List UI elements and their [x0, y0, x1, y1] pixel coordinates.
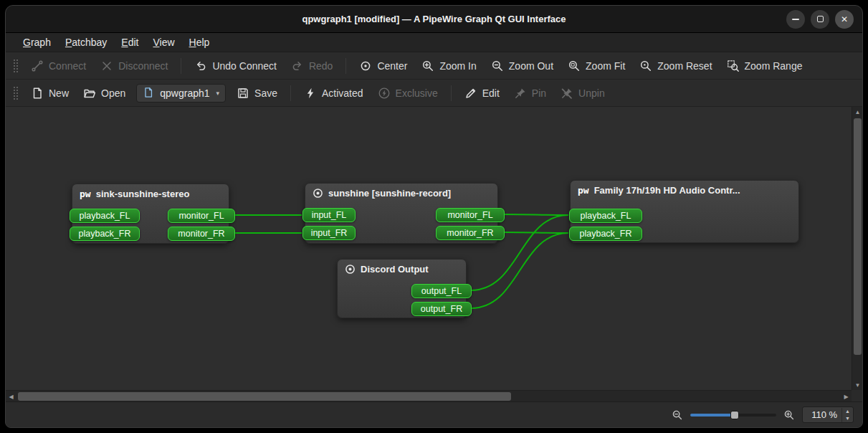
zoom-in-icon	[421, 60, 434, 72]
menu-patchbay[interactable]: Patchbay	[58, 33, 114, 52]
zoom-out-mini-icon[interactable]	[672, 409, 683, 421]
zoom-out-icon	[491, 60, 504, 72]
connections-layer	[6, 107, 852, 391]
port-output-fr[interactable]: output_FR	[411, 302, 472, 316]
port-playback-fl[interactable]: playback_FL	[70, 209, 140, 223]
new-file-icon	[31, 87, 44, 100]
disconnect-button[interactable]: Disconnect	[94, 56, 174, 76]
zoom-out-button[interactable]: Zoom Out	[485, 56, 560, 76]
zoom-reset-button[interactable]: Zoom Reset	[633, 56, 718, 76]
titlebar[interactable]: qpwgraph1 [modified] — A PipeWire Graph …	[6, 6, 862, 33]
vertical-scrollbar[interactable]: ▲ ▼	[852, 107, 862, 390]
undo-connect-button[interactable]: Undo Connect	[188, 56, 283, 76]
horizontal-scroll-thumb[interactable]	[18, 392, 511, 401]
center-button[interactable]: Center	[353, 56, 414, 76]
zoom-in-label: Zoom In	[439, 60, 476, 72]
port-playback-fl[interactable]: playback_FL	[569, 209, 642, 223]
spinbox-arrows: ▲ ▼	[841, 408, 853, 422]
zoom-spinbox[interactable]: 110 % ▲ ▼	[802, 406, 854, 423]
pin-button[interactable]: Pin	[507, 83, 553, 103]
connection-discord-output:output_FR-to-family-hd-audio:playback_FR[interactable]	[471, 233, 568, 308]
port-monitor-fr[interactable]: monitor_FR	[168, 227, 235, 241]
disconnect-icon	[100, 60, 113, 72]
zoom-range-button[interactable]: Zoom Range	[720, 56, 809, 76]
patchbay-profile-combo[interactable]: qpwgraph1 ▾	[136, 84, 226, 103]
redo-icon	[291, 60, 304, 72]
center-icon	[359, 60, 372, 72]
node-sink-sunshine-stereo[interactable]: pw sink-sunshine-stereo playback_FL play…	[72, 184, 229, 244]
port-input-fl[interactable]: input_FL	[302, 208, 356, 222]
menu-view[interactable]: View	[146, 33, 181, 52]
vertical-scroll-thumb[interactable]	[854, 118, 862, 355]
minimize-button[interactable]	[786, 10, 805, 29]
toolbar-patchbay: New Open qpwgraph1 ▾ Save Activated Excl…	[6, 80, 862, 107]
connect-icon	[31, 60, 44, 72]
toolbar-separator	[181, 58, 181, 74]
graph-canvas[interactable]: pw sink-sunshine-stereo playback_FL play…	[6, 107, 852, 391]
exclusive-button[interactable]: Exclusive	[371, 83, 444, 103]
node-header: pw sink-sunshine-stereo	[72, 184, 229, 201]
toolbar-main: Connect Disconnect Undo Connect Redo Cen…	[6, 52, 862, 80]
record-icon	[313, 188, 323, 199]
zoom-out-label: Zoom Out	[509, 60, 553, 72]
node-family-hd-audio[interactable]: pw Family 17h/19h HD Audio Contr... play…	[570, 180, 799, 243]
pipewire-icon: pw	[578, 186, 589, 195]
save-button[interactable]: Save	[230, 83, 284, 103]
zoom-slider-handle[interactable]	[730, 411, 739, 419]
zoom-reset-label: Zoom Reset	[657, 60, 712, 72]
port-input-fr[interactable]: input_FR	[302, 226, 356, 240]
spin-up-icon[interactable]: ▲	[842, 408, 853, 415]
connect-button[interactable]: Connect	[24, 56, 92, 76]
edit-button[interactable]: Edit	[458, 83, 506, 103]
node-header: sunshine [sunshine-record]	[305, 184, 497, 200]
open-button[interactable]: Open	[77, 83, 132, 103]
port-output-fl[interactable]: output_FL	[411, 284, 472, 298]
zoom-fit-button[interactable]: Zoom Fit	[561, 56, 631, 76]
redo-button[interactable]: Redo	[285, 56, 339, 76]
spin-down-icon[interactable]: ▼	[842, 415, 853, 422]
menu-help[interactable]: Help	[182, 33, 217, 52]
scroll-left-icon[interactable]: ◀	[6, 391, 16, 402]
toolbar-handle[interactable]	[12, 85, 18, 101]
horizontal-scrollbar[interactable]: ◀ ▶	[6, 390, 852, 401]
edit-pencil-icon	[464, 87, 477, 100]
toolbar-handle[interactable]	[12, 58, 18, 74]
menu-edit[interactable]: Edit	[114, 33, 146, 52]
record-icon	[345, 264, 356, 275]
scroll-down-icon[interactable]: ▼	[852, 380, 863, 390]
toolbar-separator	[451, 85, 452, 101]
pin-icon	[514, 87, 527, 100]
close-button[interactable]: ✕	[835, 10, 854, 29]
qpwgraph-window: qpwgraph1 [modified] — A PipeWire Graph …	[5, 5, 863, 428]
unpin-button[interactable]: Unpin	[554, 83, 611, 103]
port-playback-fr[interactable]: playback_FR	[569, 227, 642, 241]
menu-graph[interactable]: Graph	[16, 33, 58, 52]
combo-dropdown-icon: ▾	[216, 90, 220, 97]
close-icon: ✕	[841, 15, 848, 24]
redo-label: Redo	[309, 60, 333, 72]
zoom-slider[interactable]	[690, 409, 776, 421]
port-monitor-fr[interactable]: monitor_FR	[436, 226, 505, 240]
zoom-in-mini-icon[interactable]	[783, 409, 795, 421]
port-playback-fr[interactable]: playback_FR	[70, 227, 140, 241]
toolbar-separator	[290, 85, 291, 101]
port-monitor-fl[interactable]: monitor_FL	[436, 208, 505, 222]
scroll-right-icon[interactable]: ▶	[841, 391, 852, 402]
node-discord-output[interactable]: Discord Output output_FL output_FR	[337, 259, 467, 318]
node-sunshine-record[interactable]: sunshine [sunshine-record] input_FL inpu…	[305, 183, 498, 244]
node-title: sink-sunshine-stereo	[96, 189, 190, 199]
statusbar: 110 % ▲ ▼	[6, 401, 862, 427]
maximize-button[interactable]	[811, 10, 829, 29]
connection-sunshine:monitor_FL-to-family-hd-audio:playback_FL[interactable]	[504, 214, 568, 215]
node-title: Family 17h/19h HD Audio Contr...	[594, 185, 740, 196]
zoom-in-button[interactable]: Zoom In	[415, 56, 482, 76]
port-monitor-fl[interactable]: monitor_FL	[168, 209, 235, 223]
node-header: Discord Output	[338, 260, 466, 276]
canvas-area: pw sink-sunshine-stereo playback_FL play…	[6, 107, 862, 401]
new-button[interactable]: New	[24, 83, 75, 103]
activated-button[interactable]: Activated	[297, 83, 370, 103]
scroll-up-icon[interactable]: ▲	[852, 107, 863, 117]
save-icon	[237, 87, 249, 100]
save-label: Save	[254, 87, 277, 99]
connection-sunshine:monitor_FR-to-family-hd-audio:playback_FR[interactable]	[504, 232, 568, 233]
